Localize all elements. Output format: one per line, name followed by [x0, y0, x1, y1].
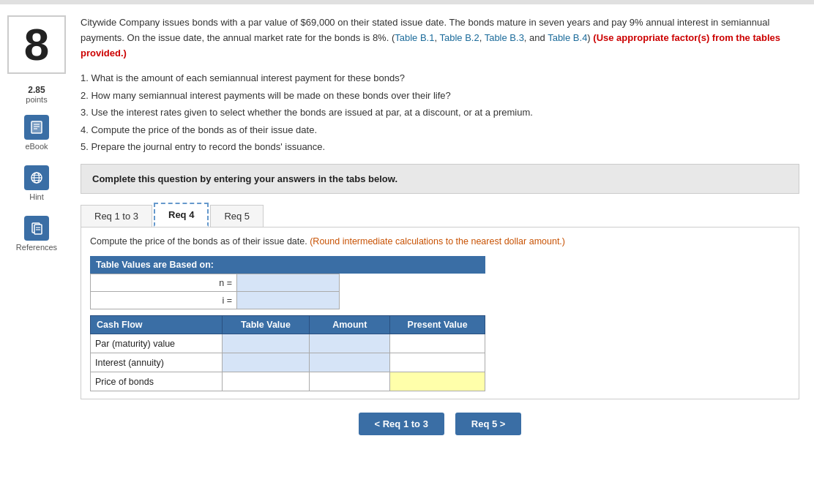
col-amount: Amount: [310, 316, 390, 334]
interest-table-value-input[interactable]: [223, 353, 310, 372]
table-values-header: Table Values are Based on:: [90, 256, 485, 274]
references-tool[interactable]: References: [12, 212, 61, 255]
references-label: References: [16, 243, 57, 252]
tab-instruction: Compute the price of the bonds as of the…: [90, 235, 790, 249]
table-b3-link[interactable]: Table B.3: [485, 32, 524, 43]
table-row-price: Price of bonds: [91, 372, 485, 391]
question-1: 1. What is the amount of each semiannual…: [81, 69, 799, 86]
n-input-cell[interactable]: [237, 274, 340, 292]
tab-content: Compute the price of the bonds as of the…: [81, 227, 799, 399]
par-table-value-cell[interactable]: [222, 334, 310, 353]
table-header-row: Cash Flow Table Value Amount Present Val…: [91, 316, 485, 334]
ebook-tool[interactable]: eBook: [20, 111, 53, 154]
ebook-label: eBook: [25, 142, 48, 151]
tab-req4[interactable]: Req 4: [154, 203, 209, 227]
tab-req5[interactable]: Req 5: [210, 205, 264, 227]
table-b1-link[interactable]: Table B.1: [395, 32, 434, 43]
col-present-value: Present Value: [390, 316, 485, 334]
price-amount-cell: [310, 372, 390, 391]
price-present-value-cell: [390, 372, 485, 391]
instruction-note: (Round intermediate calculations to the …: [310, 236, 565, 247]
svg-rect-0: [31, 121, 42, 133]
i-input[interactable]: [237, 292, 339, 309]
hint-label: Hint: [29, 192, 44, 201]
table-b4-link[interactable]: Table B.4: [548, 32, 587, 43]
points-label: points: [26, 95, 47, 104]
question-4: 4. Compute the price of the bonds as of …: [81, 121, 799, 138]
n-input[interactable]: [237, 274, 339, 291]
references-icon: [24, 216, 49, 241]
table-row-interest: Interest (annuity): [91, 353, 485, 372]
question-5: 5. Prepare the journal entry to record t…: [81, 138, 799, 155]
par-label: Par (maturity) value: [91, 334, 223, 353]
price-table-value-cell: [222, 372, 310, 391]
par-amount-input[interactable]: [310, 334, 389, 353]
points-container: 2.85 points: [26, 85, 47, 104]
interest-amount-input[interactable]: [310, 353, 389, 372]
question-3: 3. Use the interest rates given to selec…: [81, 104, 799, 121]
price-label: Price of bonds: [91, 372, 223, 391]
ebook-icon: [24, 115, 49, 140]
main-layout: 8 2.85 points eBook: [0, 4, 814, 450]
interest-table-value-cell[interactable]: [222, 353, 310, 372]
question-number: 8: [7, 15, 66, 74]
nav-buttons: < Req 1 to 3 Req 5 >: [81, 413, 799, 435]
problem-description: Citywide Company issues bonds with a par…: [81, 15, 799, 61]
interest-present-value-cell: [390, 353, 485, 372]
tab-req1to3[interactable]: Req 1 to 3: [81, 205, 152, 227]
par-table-value-input[interactable]: [223, 334, 310, 353]
table-row-par: Par (maturity) value: [91, 334, 485, 353]
sidebar: 8 2.85 points eBook: [0, 12, 73, 443]
content-area: Citywide Company issues bonds with a par…: [73, 12, 814, 443]
points-value: 2.85: [26, 85, 47, 95]
hint-tool[interactable]: Hint: [20, 162, 53, 205]
table-b2-link[interactable]: Table B.2: [439, 32, 479, 43]
ni-input-table: n = i =: [90, 274, 485, 309]
question-2: 2. How many semiannual interest payments…: [81, 87, 799, 104]
cash-flow-table: Cash Flow Table Value Amount Present Val…: [90, 315, 485, 391]
n-row: n =: [91, 274, 485, 292]
i-input-cell[interactable]: [237, 292, 340, 309]
col-cash-flow: Cash Flow: [91, 316, 223, 334]
next-button[interactable]: Req 5 >: [455, 413, 522, 435]
hint-icon: [24, 165, 49, 190]
par-present-value-cell: [390, 334, 485, 353]
par-amount-cell[interactable]: [310, 334, 390, 353]
i-row: i =: [91, 292, 485, 309]
col-table-value: Table Value: [222, 316, 310, 334]
complete-banner: Complete this question by entering your …: [81, 164, 799, 194]
i-label: i =: [91, 292, 237, 309]
n-label: n =: [91, 274, 237, 292]
interest-amount-cell[interactable]: [310, 353, 390, 372]
tabs-row: Req 1 to 3 Req 4 Req 5: [81, 203, 799, 227]
interest-label: Interest (annuity): [91, 353, 223, 372]
questions-list: 1. What is the amount of each semiannual…: [81, 69, 799, 155]
prev-button[interactable]: < Req 1 to 3: [359, 413, 444, 435]
